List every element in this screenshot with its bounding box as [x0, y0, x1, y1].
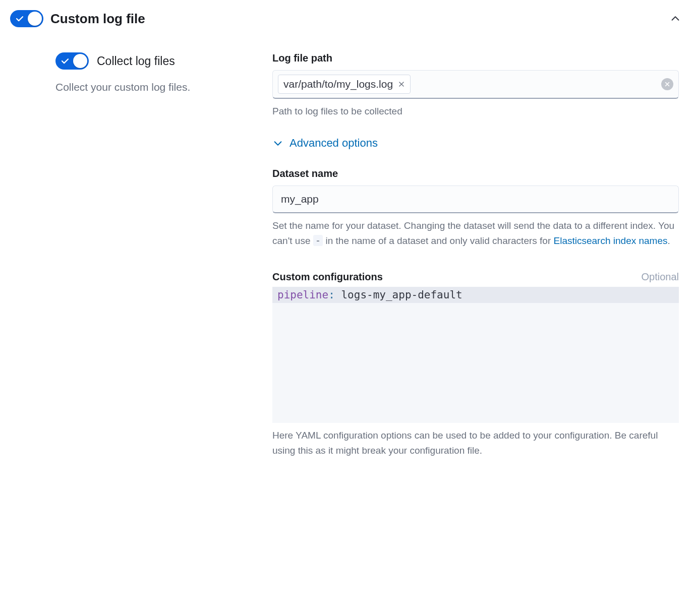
check-icon: [61, 56, 70, 66]
close-icon: [664, 81, 670, 87]
log-file-path-help: Path to log files to be collected: [272, 104, 679, 118]
custom-configurations-field: Custom configurations Optional pipeline:…: [272, 271, 679, 458]
path-pill-text: var/path/to/my_logs.log: [283, 78, 393, 90]
right-column: Log file path var/path/to/my_logs.log Pa…: [272, 52, 684, 458]
collect-row: Collect log files: [55, 52, 252, 70]
advanced-options-label: Advanced options: [290, 137, 378, 150]
collect-label: Collect log files: [97, 54, 175, 68]
log-file-path-field: Log file path var/path/to/my_logs.log Pa…: [272, 52, 679, 118]
left-column: Collect log files Collect your custom lo…: [10, 52, 252, 458]
dataset-name-input[interactable]: [272, 186, 679, 213]
section-header: Custom log file: [10, 10, 684, 27]
advanced-options-toggle[interactable]: Advanced options: [272, 137, 679, 150]
yaml-key: pipeline: [277, 289, 328, 301]
dataset-help-text-2: in the name of a dataset and only valid …: [323, 235, 553, 246]
custom-configurations-label: Custom configurations: [272, 271, 383, 283]
dataset-name-help: Set the name for your dataset. Changing …: [272, 218, 679, 248]
chevron-up-icon: [670, 13, 681, 24]
custom-configurations-help: Here YAML configuration options can be u…: [272, 428, 679, 458]
collect-log-files-toggle[interactable]: [55, 52, 89, 70]
collect-description: Collect your custom log files.: [55, 80, 252, 95]
section-title: Custom log file: [50, 11, 660, 27]
log-file-path-label: Log file path: [272, 52, 679, 64]
dataset-help-code: -: [313, 235, 323, 246]
custom-log-file-toggle[interactable]: [10, 10, 43, 27]
remove-pill-button[interactable]: [398, 81, 405, 88]
dataset-name-label: Dataset name: [272, 168, 679, 179]
path-pill: var/path/to/my_logs.log: [278, 75, 411, 94]
log-file-path-input[interactable]: var/path/to/my_logs.log: [272, 70, 679, 99]
elasticsearch-index-names-link[interactable]: Elasticsearch index names: [554, 235, 668, 246]
dataset-help-text-3: .: [668, 235, 670, 246]
section-body: Collect log files Collect your custom lo…: [10, 52, 684, 458]
optional-tag: Optional: [642, 271, 679, 283]
dataset-name-field: Dataset name Set the name for your datas…: [272, 168, 679, 248]
chevron-down-icon: [272, 138, 283, 149]
custom-configurations-editor[interactable]: pipeline: logs-my_app-default: [272, 287, 679, 423]
code-line: pipeline: logs-my_app-default: [272, 287, 679, 303]
clear-all-button[interactable]: [661, 78, 673, 90]
collapse-toggle[interactable]: [667, 10, 684, 27]
check-icon: [15, 14, 24, 23]
yaml-value: logs-my_app-default: [341, 289, 462, 301]
